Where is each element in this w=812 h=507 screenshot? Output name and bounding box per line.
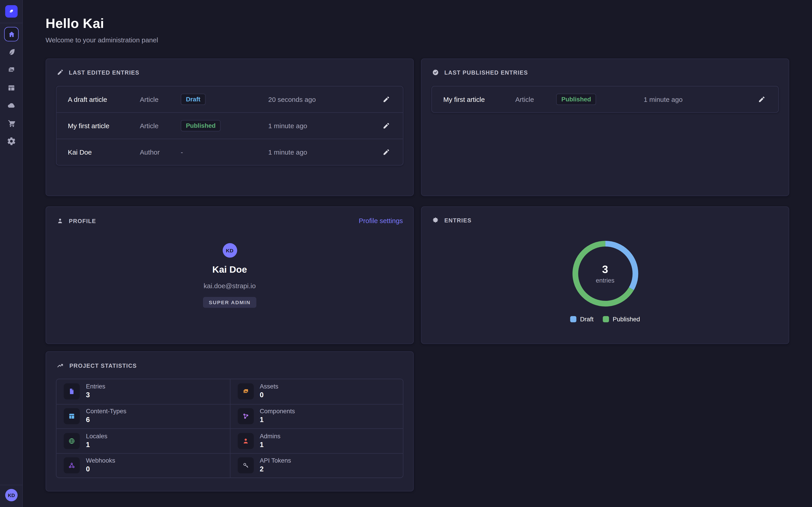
strapi-logo-icon[interactable] — [5, 5, 17, 17]
panel-title: LAST PUBLISHED ENTRIES — [444, 69, 528, 76]
stat-value: 2 — [260, 465, 291, 474]
sidebar-item-home[interactable] — [4, 27, 18, 41]
stat-label: Locales — [86, 433, 107, 440]
sidebar: KD — [0, 0, 23, 507]
entries-panel: ENTRIES 3 entries Draft Published — [421, 207, 789, 344]
stat-label: Content-Types — [86, 408, 126, 415]
stat-label: Webhooks — [86, 457, 115, 465]
table-row: My first article Article Published 1 min… — [56, 112, 403, 138]
status-none: - — [181, 148, 183, 156]
stat-value: 0 — [260, 391, 278, 400]
stat-label: API Tokens — [260, 457, 291, 465]
legend-item-published: Published — [603, 316, 640, 323]
stat-webhooks: Webhooks0 — [56, 453, 230, 477]
statistics-grid: Entries3 Assets0 Content-Types6 Componen… — [56, 379, 404, 478]
table-row: A draft article Article Draft 20 seconds… — [56, 86, 403, 112]
panel-title: PROJECT STATISTICS — [69, 362, 137, 369]
profile-card: KD Kai Doe kai.doe@strapi.io SUPER ADMIN — [46, 224, 413, 308]
last-edited-entries-panel: LAST EDITED ENTRIES A draft article Arti… — [46, 58, 414, 196]
profile-panel: PROFILE Profile settings KD Kai Doe kai.… — [46, 207, 414, 344]
profile-settings-link[interactable]: Profile settings — [359, 217, 403, 224]
nodes-icon — [238, 408, 254, 424]
table-row: My first article Article Published 1 min… — [432, 86, 778, 112]
legend-label: Published — [613, 316, 640, 323]
entry-type: Article — [515, 96, 556, 103]
stat-locales: Locales1 — [56, 428, 230, 453]
stat-label: Entries — [86, 383, 105, 391]
entries-donut-chart: 3 entries — [569, 237, 641, 310]
media-images-icon — [7, 65, 16, 74]
webhook-icon — [64, 457, 80, 473]
stat-admins: Admins1 — [230, 428, 403, 453]
entries-table: A draft article Article Draft 20 seconds… — [56, 86, 404, 166]
entry-name: Kai Doe — [68, 148, 140, 156]
stat-components: Components1 — [230, 404, 403, 428]
globe-icon — [64, 433, 80, 449]
entry-time: 1 minute ago — [268, 148, 380, 156]
stat-assets: Assets0 — [230, 379, 403, 404]
sidebar-divider — [0, 23, 23, 23]
entries-donut — [569, 237, 641, 310]
entry-type: Author — [140, 148, 181, 156]
edit-entry-button[interactable] — [756, 94, 767, 105]
stat-content-types: Content-Types6 — [56, 404, 230, 428]
strapi-admin-dashboard: KD Hello Kai Welcome to your administrat… — [0, 0, 812, 507]
trend-up-icon — [56, 362, 64, 369]
pencil-icon — [56, 69, 64, 76]
sidebar-item-marketplace[interactable] — [4, 116, 18, 130]
entry-type: Article — [140, 96, 181, 103]
panel-title: LAST EDITED ENTRIES — [69, 69, 139, 76]
status-badge: Draft — [181, 94, 205, 105]
stat-label: Admins — [260, 433, 281, 440]
sidebar-item-content-type-builder[interactable] — [4, 81, 18, 95]
sidebar-item-content-manager[interactable] — [4, 44, 18, 59]
entry-name: A draft article — [68, 96, 140, 103]
stat-value: 1 — [86, 441, 107, 450]
gear-icon — [7, 136, 16, 146]
legend-label: Draft — [580, 316, 594, 323]
entry-time: 20 seconds ago — [268, 96, 380, 103]
sidebar-item-settings[interactable] — [4, 134, 18, 149]
edit-entry-button[interactable] — [380, 94, 392, 105]
home-icon — [7, 30, 16, 39]
feather-pen-icon — [7, 47, 16, 56]
last-published-entries-panel: LAST PUBLISHED ENTRIES My first article … — [421, 58, 789, 196]
stat-entries: Entries3 — [56, 379, 230, 404]
entry-name: My first article — [68, 122, 140, 129]
panel-title: ENTRIES — [444, 217, 472, 224]
stat-label: Assets — [260, 383, 278, 391]
cloud-icon — [7, 101, 16, 110]
status-badge: Published — [181, 120, 221, 131]
sidebar-item-deploy[interactable] — [4, 98, 18, 113]
edit-entry-button[interactable] — [380, 147, 392, 158]
entry-type: Article — [140, 122, 181, 129]
project-statistics-panel: PROJECT STATISTICS Entries3 Assets0 Cont… — [46, 351, 414, 492]
stat-value: 6 — [86, 416, 126, 425]
stat-value: 1 — [260, 416, 295, 425]
user-icon — [238, 433, 254, 449]
entries-table: My first article Article Published 1 min… — [431, 86, 779, 113]
profile-email: kai.doe@strapi.io — [204, 282, 256, 290]
puzzle-icon — [432, 217, 439, 224]
profile-name: Kai Doe — [212, 264, 247, 275]
user-icon — [56, 217, 64, 224]
edit-entry-button[interactable] — [380, 120, 392, 131]
sidebar-item-media-library[interactable] — [4, 63, 18, 77]
table-row: Kai Doe Author - 1 minute ago — [56, 138, 403, 165]
entry-name: My first article — [443, 96, 515, 103]
layout-builder-icon — [7, 83, 16, 93]
draft-swatch — [570, 316, 576, 323]
panel-title: PROFILE — [69, 217, 96, 224]
chart-legend: Draft Published — [421, 316, 789, 323]
user-avatar[interactable]: KD — [5, 489, 17, 501]
published-swatch — [603, 316, 609, 323]
role-badge: SUPER ADMIN — [203, 297, 256, 308]
images-icon — [238, 384, 254, 399]
profile-avatar: KD — [222, 243, 237, 258]
entry-time: 1 minute ago — [268, 122, 380, 129]
sidebar-divider — [0, 485, 23, 485]
stat-label: Components — [260, 408, 295, 415]
stat-value: 1 — [260, 441, 281, 450]
legend-item-draft: Draft — [570, 316, 594, 323]
layout-icon — [64, 408, 80, 424]
